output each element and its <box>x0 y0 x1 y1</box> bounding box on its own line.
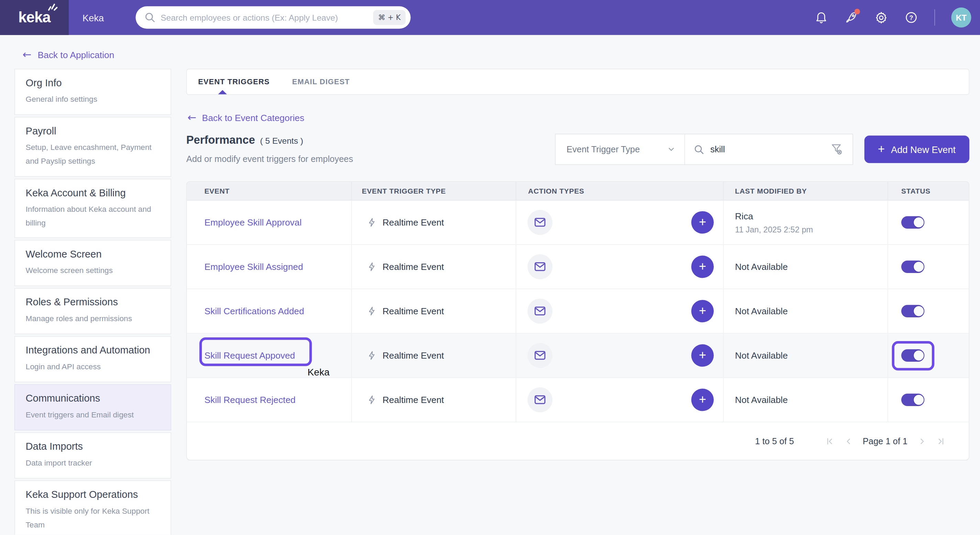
column-event-trigger-type: EVENT TRIGGER TYPE <box>352 182 516 200</box>
sidebar-item-payroll[interactable]: Payroll Setup, Leave encashment, Payment… <box>14 117 171 177</box>
left-arrow-icon: ← <box>188 113 196 123</box>
tab-email-digest[interactable]: EMAIL DIGEST <box>292 77 350 86</box>
navbar-divider <box>934 9 935 25</box>
event-link[interactable]: Employee Skill Approval <box>204 217 302 227</box>
sidebar-item-integrations-automation[interactable]: Integrations and Automation Login and AP… <box>14 336 171 383</box>
chevron-down-icon <box>667 145 675 154</box>
add-new-event-button[interactable]: + Add New Event <box>864 135 969 163</box>
sidebar-item-keka-support-operations[interactable]: Keka Support Operations This is visible … <box>14 480 171 535</box>
lightning-icon <box>367 306 377 316</box>
app-window: keka Keka ⌘ + K <box>0 0 980 535</box>
table-row: Skill Request Appoved Realtime Event + N… <box>187 333 969 378</box>
email-action-icon[interactable] <box>528 299 553 324</box>
sidebar-item-welcome-screen[interactable]: Welcome Screen Welcome screen settings <box>14 240 171 286</box>
add-action-type-button[interactable]: + <box>691 300 714 322</box>
column-action-types: ACTION TYPES <box>516 182 724 200</box>
back-to-application-link[interactable]: ← Back to Application <box>22 49 114 60</box>
pagination: 1 to 5 of 5 Page 1 of 1 <box>187 422 969 460</box>
email-action-icon[interactable] <box>528 387 553 413</box>
tabs-bar: EVENT TRIGGERS EMAIL DIGEST <box>186 69 969 95</box>
table-row: Skill Request Rejected Realtime Event + … <box>187 378 969 422</box>
add-action-type-button[interactable]: + <box>691 211 714 233</box>
column-event: EVENT <box>187 182 352 200</box>
event-count: ( 5 Events ) <box>260 136 303 145</box>
sidebar-item-org-info[interactable]: Org Info General info settings <box>14 69 171 115</box>
gear-icon[interactable] <box>874 11 888 24</box>
plus-icon: + <box>878 143 885 155</box>
lightning-icon <box>367 217 377 227</box>
add-action-type-button[interactable]: + <box>691 389 714 411</box>
rocket-icon[interactable] <box>845 11 858 24</box>
lightning-icon <box>367 350 377 360</box>
keka-logo-text: keka <box>18 9 50 25</box>
status-toggle[interactable] <box>901 305 924 318</box>
page-subtitle: Add or modify event triggers for employe… <box>186 154 353 164</box>
back-to-event-categories-link[interactable]: ← Back to Event Categories <box>188 113 304 123</box>
svg-text:?: ? <box>910 14 913 21</box>
add-action-type-button[interactable]: + <box>691 256 714 278</box>
keka-logo-spark-icon <box>47 3 58 13</box>
sidebar-item-keka-account-billing[interactable]: Keka Account & Billing Information about… <box>14 178 171 238</box>
filter-bar: Event Trigger Type <box>555 134 853 165</box>
active-tab-indicator <box>218 90 227 95</box>
column-last-modified-by: LAST MODIFIED BY <box>724 182 888 200</box>
sidebar-item-data-imports[interactable]: Data Imports Data import tracker <box>14 432 171 478</box>
table-row: Employee Skill Approval Realtime Event +… <box>187 200 969 245</box>
lightning-icon <box>367 395 377 405</box>
search-shortcut-badge: ⌘ + K <box>373 10 406 25</box>
keka-logo[interactable]: keka <box>0 0 69 35</box>
table-row: Employee Skill Assigned Realtime Event +… <box>187 245 969 289</box>
user-avatar[interactable]: KT <box>951 8 971 27</box>
global-search[interactable]: ⌘ + K <box>135 6 410 29</box>
event-trigger-type-dropdown[interactable]: Event Trigger Type <box>555 135 684 164</box>
status-toggle[interactable] <box>901 216 924 229</box>
annotation-label: Keka <box>307 367 329 378</box>
status-toggle[interactable] <box>901 260 924 273</box>
pagination-summary: 1 to 5 of 5 <box>755 436 794 446</box>
events-table: EVENT EVENT TRIGGER TYPE ACTION TYPES LA… <box>186 181 969 460</box>
table-header: EVENT EVENT TRIGGER TYPE ACTION TYPES LA… <box>187 182 969 201</box>
column-status: STATUS <box>888 182 969 200</box>
email-action-icon[interactable] <box>528 254 553 279</box>
search-icon <box>694 144 704 155</box>
last-page-icon[interactable] <box>931 432 950 451</box>
event-link[interactable]: Employee Skill Assigned <box>204 262 303 271</box>
event-link[interactable]: Skill Certifications Added <box>204 306 304 316</box>
next-page-icon[interactable] <box>913 432 932 451</box>
clear-filter-icon[interactable] <box>830 142 843 156</box>
notification-dot <box>854 9 860 14</box>
tab-event-triggers[interactable]: EVENT TRIGGERS <box>198 77 270 86</box>
left-arrow-icon: ← <box>22 49 31 60</box>
navbar-actions: ? KT <box>815 0 971 35</box>
add-action-type-button[interactable]: + <box>691 344 714 367</box>
help-icon[interactable]: ? <box>904 11 918 24</box>
page-title: Performance <box>186 134 255 147</box>
event-search-input[interactable] <box>710 144 824 154</box>
event-search <box>684 135 852 164</box>
lightning-icon <box>367 262 377 271</box>
main-content: EVENT TRIGGERS EMAIL DIGEST ← Back to Ev… <box>186 69 969 460</box>
app-name: Keka <box>83 12 104 23</box>
event-link[interactable]: Skill Request Rejected <box>204 395 296 405</box>
previous-page-icon[interactable] <box>839 432 858 451</box>
table-row: Skill Certifications Added Realtime Even… <box>187 289 969 333</box>
status-toggle-row-4[interactable] <box>901 349 924 362</box>
pagination-page-label: Page 1 of 1 <box>863 436 907 446</box>
top-navbar: keka Keka ⌘ + K <box>0 0 980 35</box>
search-icon <box>145 12 156 23</box>
first-page-icon[interactable] <box>820 432 839 451</box>
settings-sidebar: Org Info General info settings Payroll S… <box>14 69 171 535</box>
status-toggle[interactable] <box>901 394 924 406</box>
global-search-input[interactable] <box>161 13 373 22</box>
sidebar-item-communications[interactable]: Communications Event triggers and Email … <box>14 384 171 430</box>
sidebar-item-roles-permissions[interactable]: Roles & Permissions Manage roles and per… <box>14 288 171 334</box>
email-action-icon[interactable] <box>528 210 553 235</box>
event-link-skill-request-appoved[interactable]: Skill Request Appoved <box>204 350 295 360</box>
page-header: Performance ( 5 Events ) Add or modify e… <box>186 134 969 165</box>
email-action-icon[interactable] <box>528 343 553 368</box>
bell-icon[interactable] <box>815 11 828 24</box>
